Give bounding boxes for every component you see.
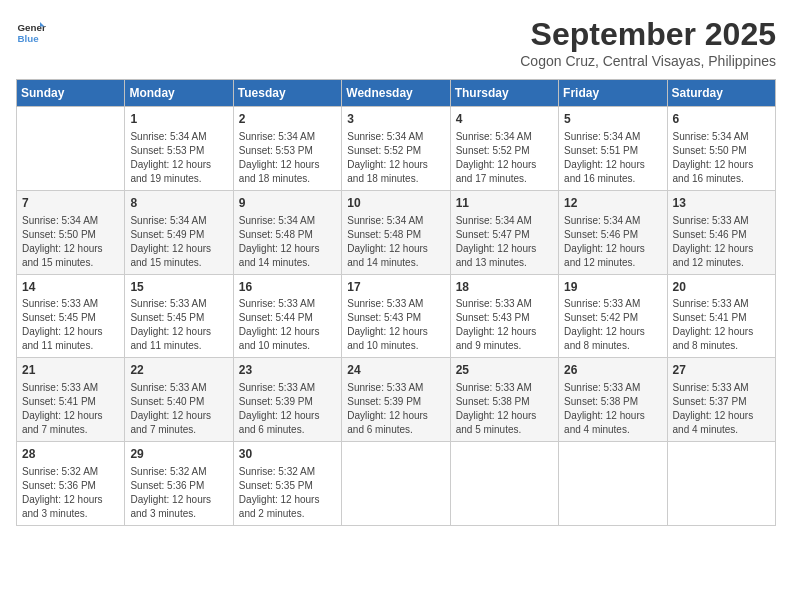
day-number: 30 <box>239 446 336 463</box>
calendar-table: Sunday Monday Tuesday Wednesday Thursday… <box>16 79 776 526</box>
day-number: 8 <box>130 195 227 212</box>
table-row: 15Sunrise: 5:33 AM Sunset: 5:45 PM Dayli… <box>125 274 233 358</box>
table-row: 26Sunrise: 5:33 AM Sunset: 5:38 PM Dayli… <box>559 358 667 442</box>
calendar-week-row: 14Sunrise: 5:33 AM Sunset: 5:45 PM Dayli… <box>17 274 776 358</box>
day-info: Sunrise: 5:34 AM Sunset: 5:50 PM Dayligh… <box>22 214 119 270</box>
day-info: Sunrise: 5:33 AM Sunset: 5:42 PM Dayligh… <box>564 297 661 353</box>
day-number: 4 <box>456 111 553 128</box>
day-info: Sunrise: 5:33 AM Sunset: 5:38 PM Dayligh… <box>456 381 553 437</box>
day-info: Sunrise: 5:33 AM Sunset: 5:41 PM Dayligh… <box>673 297 770 353</box>
day-info: Sunrise: 5:34 AM Sunset: 5:52 PM Dayligh… <box>347 130 444 186</box>
day-number: 17 <box>347 279 444 296</box>
day-number: 1 <box>130 111 227 128</box>
table-row: 20Sunrise: 5:33 AM Sunset: 5:41 PM Dayli… <box>667 274 775 358</box>
day-number: 3 <box>347 111 444 128</box>
day-number: 13 <box>673 195 770 212</box>
day-number: 9 <box>239 195 336 212</box>
calendar-week-row: 21Sunrise: 5:33 AM Sunset: 5:41 PM Dayli… <box>17 358 776 442</box>
calendar-week-row: 28Sunrise: 5:32 AM Sunset: 5:36 PM Dayli… <box>17 442 776 526</box>
day-info: Sunrise: 5:34 AM Sunset: 5:53 PM Dayligh… <box>239 130 336 186</box>
table-row: 4Sunrise: 5:34 AM Sunset: 5:52 PM Daylig… <box>450 107 558 191</box>
table-row: 2Sunrise: 5:34 AM Sunset: 5:53 PM Daylig… <box>233 107 341 191</box>
svg-text:General: General <box>18 22 47 33</box>
header-saturday: Saturday <box>667 80 775 107</box>
day-number: 25 <box>456 362 553 379</box>
day-info: Sunrise: 5:33 AM Sunset: 5:44 PM Dayligh… <box>239 297 336 353</box>
day-info: Sunrise: 5:34 AM Sunset: 5:46 PM Dayligh… <box>564 214 661 270</box>
day-info: Sunrise: 5:33 AM Sunset: 5:39 PM Dayligh… <box>347 381 444 437</box>
month-title: September 2025 <box>520 16 776 53</box>
table-row: 10Sunrise: 5:34 AM Sunset: 5:48 PM Dayli… <box>342 190 450 274</box>
day-number: 16 <box>239 279 336 296</box>
table-row: 9Sunrise: 5:34 AM Sunset: 5:48 PM Daylig… <box>233 190 341 274</box>
table-row: 24Sunrise: 5:33 AM Sunset: 5:39 PM Dayli… <box>342 358 450 442</box>
day-info: Sunrise: 5:34 AM Sunset: 5:51 PM Dayligh… <box>564 130 661 186</box>
day-info: Sunrise: 5:34 AM Sunset: 5:53 PM Dayligh… <box>130 130 227 186</box>
table-row: 5Sunrise: 5:34 AM Sunset: 5:51 PM Daylig… <box>559 107 667 191</box>
table-row: 8Sunrise: 5:34 AM Sunset: 5:49 PM Daylig… <box>125 190 233 274</box>
table-row <box>450 442 558 526</box>
table-row: 11Sunrise: 5:34 AM Sunset: 5:47 PM Dayli… <box>450 190 558 274</box>
logo: General Blue <box>16 16 46 46</box>
table-row <box>342 442 450 526</box>
location-subtitle: Cogon Cruz, Central Visayas, Philippines <box>520 53 776 69</box>
day-number: 11 <box>456 195 553 212</box>
day-info: Sunrise: 5:32 AM Sunset: 5:35 PM Dayligh… <box>239 465 336 521</box>
table-row: 16Sunrise: 5:33 AM Sunset: 5:44 PM Dayli… <box>233 274 341 358</box>
day-info: Sunrise: 5:33 AM Sunset: 5:45 PM Dayligh… <box>130 297 227 353</box>
header-thursday: Thursday <box>450 80 558 107</box>
day-info: Sunrise: 5:33 AM Sunset: 5:46 PM Dayligh… <box>673 214 770 270</box>
day-info: Sunrise: 5:34 AM Sunset: 5:47 PM Dayligh… <box>456 214 553 270</box>
svg-text:Blue: Blue <box>18 33 40 44</box>
table-row: 25Sunrise: 5:33 AM Sunset: 5:38 PM Dayli… <box>450 358 558 442</box>
day-info: Sunrise: 5:33 AM Sunset: 5:39 PM Dayligh… <box>239 381 336 437</box>
day-number: 15 <box>130 279 227 296</box>
title-block: September 2025 Cogon Cruz, Central Visay… <box>520 16 776 69</box>
table-row: 23Sunrise: 5:33 AM Sunset: 5:39 PM Dayli… <box>233 358 341 442</box>
day-number: 27 <box>673 362 770 379</box>
day-number: 20 <box>673 279 770 296</box>
day-number: 22 <box>130 362 227 379</box>
day-number: 19 <box>564 279 661 296</box>
table-row: 22Sunrise: 5:33 AM Sunset: 5:40 PM Dayli… <box>125 358 233 442</box>
day-number: 21 <box>22 362 119 379</box>
day-info: Sunrise: 5:34 AM Sunset: 5:49 PM Dayligh… <box>130 214 227 270</box>
table-row: 28Sunrise: 5:32 AM Sunset: 5:36 PM Dayli… <box>17 442 125 526</box>
day-number: 23 <box>239 362 336 379</box>
table-row <box>667 442 775 526</box>
table-row: 3Sunrise: 5:34 AM Sunset: 5:52 PM Daylig… <box>342 107 450 191</box>
day-info: Sunrise: 5:34 AM Sunset: 5:48 PM Dayligh… <box>347 214 444 270</box>
logo-icon: General Blue <box>16 16 46 46</box>
header-sunday: Sunday <box>17 80 125 107</box>
table-row: 29Sunrise: 5:32 AM Sunset: 5:36 PM Dayli… <box>125 442 233 526</box>
day-info: Sunrise: 5:33 AM Sunset: 5:40 PM Dayligh… <box>130 381 227 437</box>
table-row: 7Sunrise: 5:34 AM Sunset: 5:50 PM Daylig… <box>17 190 125 274</box>
table-row: 13Sunrise: 5:33 AM Sunset: 5:46 PM Dayli… <box>667 190 775 274</box>
day-info: Sunrise: 5:33 AM Sunset: 5:43 PM Dayligh… <box>456 297 553 353</box>
day-number: 29 <box>130 446 227 463</box>
table-row: 14Sunrise: 5:33 AM Sunset: 5:45 PM Dayli… <box>17 274 125 358</box>
day-number: 7 <box>22 195 119 212</box>
day-info: Sunrise: 5:33 AM Sunset: 5:41 PM Dayligh… <box>22 381 119 437</box>
day-info: Sunrise: 5:33 AM Sunset: 5:43 PM Dayligh… <box>347 297 444 353</box>
day-number: 6 <box>673 111 770 128</box>
day-number: 18 <box>456 279 553 296</box>
day-info: Sunrise: 5:34 AM Sunset: 5:50 PM Dayligh… <box>673 130 770 186</box>
header-monday: Monday <box>125 80 233 107</box>
day-info: Sunrise: 5:32 AM Sunset: 5:36 PM Dayligh… <box>22 465 119 521</box>
day-number: 24 <box>347 362 444 379</box>
day-info: Sunrise: 5:34 AM Sunset: 5:52 PM Dayligh… <box>456 130 553 186</box>
day-number: 2 <box>239 111 336 128</box>
table-row: 27Sunrise: 5:33 AM Sunset: 5:37 PM Dayli… <box>667 358 775 442</box>
day-number: 28 <box>22 446 119 463</box>
day-number: 12 <box>564 195 661 212</box>
day-number: 14 <box>22 279 119 296</box>
table-row: 17Sunrise: 5:33 AM Sunset: 5:43 PM Dayli… <box>342 274 450 358</box>
calendar-week-row: 1Sunrise: 5:34 AM Sunset: 5:53 PM Daylig… <box>17 107 776 191</box>
calendar-week-row: 7Sunrise: 5:34 AM Sunset: 5:50 PM Daylig… <box>17 190 776 274</box>
day-info: Sunrise: 5:33 AM Sunset: 5:45 PM Dayligh… <box>22 297 119 353</box>
days-header-row: Sunday Monday Tuesday Wednesday Thursday… <box>17 80 776 107</box>
day-info: Sunrise: 5:32 AM Sunset: 5:36 PM Dayligh… <box>130 465 227 521</box>
table-row: 18Sunrise: 5:33 AM Sunset: 5:43 PM Dayli… <box>450 274 558 358</box>
table-row: 6Sunrise: 5:34 AM Sunset: 5:50 PM Daylig… <box>667 107 775 191</box>
